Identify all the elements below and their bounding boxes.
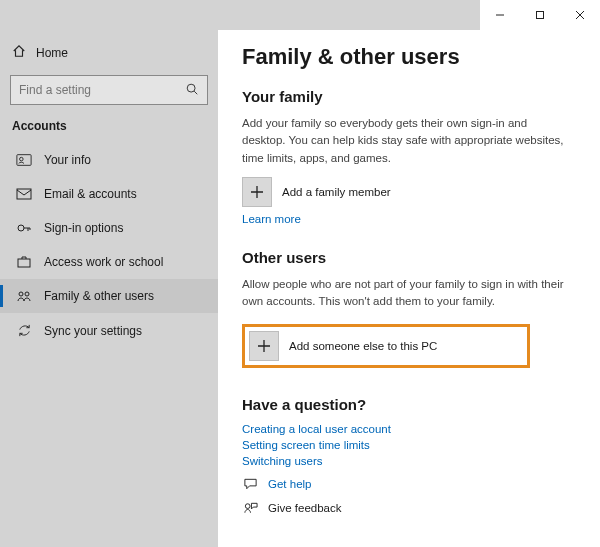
plus-icon [249,331,279,361]
sidebar-item-label: Sign-in options [44,221,123,235]
sidebar-item-label: Sync your settings [44,324,142,338]
mail-icon [16,188,32,200]
chat-icon [242,477,258,491]
get-help-label: Get help [268,478,311,490]
svg-point-9 [245,504,250,509]
search-input[interactable] [10,75,208,105]
your-family-heading: Your family [242,88,576,105]
sidebar-home-label: Home [36,46,68,60]
briefcase-icon [16,255,32,269]
key-icon [16,221,32,235]
add-someone-else-button[interactable]: Add someone else to this PC [242,324,530,368]
plus-icon [242,177,272,207]
give-feedback-link[interactable]: Give feedback [242,501,576,515]
your-family-desc: Add your family so everybody gets their … [242,115,572,167]
svg-point-5 [18,225,24,231]
svg-rect-0 [537,12,544,19]
svg-rect-2 [17,155,31,166]
other-users-desc: Allow people who are not part of your fa… [242,276,572,311]
page-title: Family & other users [242,44,576,70]
search-field[interactable] [19,83,185,97]
svg-point-1 [187,84,195,92]
learn-more-link[interactable]: Learn more [242,213,576,225]
sidebar: Home Accounts Your info Em [0,30,218,547]
sidebar-section-title: Accounts [0,105,218,143]
search-icon [185,82,199,99]
sidebar-home[interactable]: Home [0,36,218,69]
sidebar-item-label: Email & accounts [44,187,137,201]
question-link[interactable]: Switching users [242,455,576,467]
svg-point-7 [19,292,23,296]
sync-icon [16,323,32,338]
svg-point-3 [20,157,24,161]
question-link[interactable]: Creating a local user account [242,423,576,435]
sidebar-item-access-work-school[interactable]: Access work or school [0,245,218,279]
sidebar-item-label: Family & other users [44,289,154,303]
sidebar-item-your-info[interactable]: Your info [0,143,218,177]
sidebar-item-label: Access work or school [44,255,163,269]
give-feedback-label: Give feedback [268,502,342,514]
svg-rect-4 [17,189,31,199]
content-pane: Family & other users Your family Add you… [218,30,600,547]
feedback-icon [242,501,258,515]
maximize-button[interactable] [520,0,560,30]
sidebar-item-family-other-users[interactable]: Family & other users [0,279,218,313]
sidebar-item-label: Your info [44,153,91,167]
add-family-member-label: Add a family member [282,186,391,198]
person-badge-icon [16,153,32,167]
sidebar-item-signin-options[interactable]: Sign-in options [0,211,218,245]
home-icon [12,44,26,61]
other-users-heading: Other users [242,249,576,266]
svg-point-8 [25,292,29,296]
sidebar-item-sync-settings[interactable]: Sync your settings [0,313,218,348]
sidebar-item-email-accounts[interactable]: Email & accounts [0,177,218,211]
svg-rect-6 [18,259,30,267]
minimize-button[interactable] [480,0,520,30]
have-a-question-heading: Have a question? [242,396,576,413]
question-link[interactable]: Setting screen time limits [242,439,576,451]
close-button[interactable] [560,0,600,30]
add-someone-else-label: Add someone else to this PC [289,340,437,352]
people-icon [16,289,32,303]
get-help-link[interactable]: Get help [242,477,576,491]
add-family-member-button[interactable]: Add a family member [242,177,576,207]
